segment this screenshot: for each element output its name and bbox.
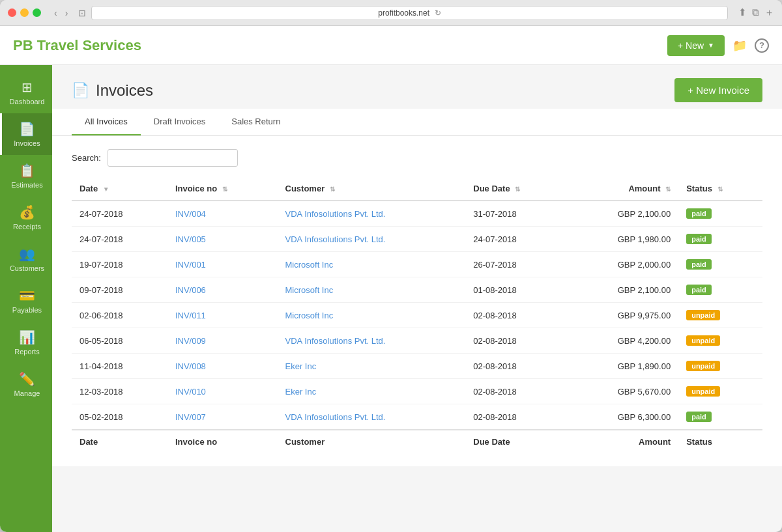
sidebar-item-receipts[interactable]: 💰 Receipts (0, 197, 52, 238)
sidebar-item-manage[interactable]: ✏️ Manage (0, 363, 52, 405)
cell-invoice-no[interactable]: INV/007 (167, 404, 278, 430)
cell-amount: GBP 9,975.00 (567, 303, 678, 328)
sidebar-item-estimates[interactable]: 📋 Estimates (0, 155, 52, 197)
table-row: 09-07-2018 INV/006 Microsoft Inc 01-08-2… (72, 277, 762, 303)
tabs-bar: All Invoices Draft Invoices Sales Return (52, 109, 782, 136)
cell-customer[interactable]: Microsoft Inc (278, 303, 466, 328)
table-row: 11-04-2018 INV/008 Eker Inc 02-08-2018 G… (72, 354, 762, 379)
cell-due-date: 26-07-2018 (465, 252, 567, 277)
table-row: 24-07-2018 INV/005 VDA Infosolutions Pvt… (72, 227, 762, 252)
cell-date: 12-03-2018 (72, 379, 167, 404)
app-container: PB Travel Services + New ▼ 📁 ? ⊞ (0, 26, 782, 532)
col-date[interactable]: Date ▼ (72, 177, 167, 201)
content-area: 📄 Invoices + New Invoice All Invoices Dr… (52, 65, 782, 532)
tab-draft-invoices[interactable]: Draft Invoices (141, 109, 218, 135)
duplicate-icon[interactable]: ⧉ (752, 7, 759, 19)
cell-invoice-no[interactable]: INV/010 (167, 379, 278, 404)
cell-customer[interactable]: VDA Infosolutions Pvt. Ltd. (278, 201, 466, 227)
cell-due-date: 24-07-2018 (465, 227, 567, 252)
layout-button[interactable]: ⊡ (78, 8, 86, 18)
minimize-button[interactable] (20, 8, 29, 17)
cell-status: unpaid (678, 328, 762, 354)
page-title-text: Invoices (96, 81, 153, 100)
cell-customer[interactable]: VDA Infosolutions Pvt. Ltd. (278, 227, 466, 252)
cell-invoice-no[interactable]: INV/006 (167, 277, 278, 303)
new-invoice-button[interactable]: + New Invoice (674, 78, 762, 102)
status-badge: paid (686, 234, 712, 244)
receipts-icon: 💰 (19, 204, 35, 220)
tab-all-invoices[interactable]: All Invoices (72, 109, 141, 135)
tab-sales-return[interactable]: Sales Return (218, 109, 293, 135)
page-title: 📄 Invoices (72, 81, 153, 100)
sort-amount-icon: ⇅ (665, 186, 671, 193)
folder-icon: 📁 (732, 39, 747, 52)
col-due-date[interactable]: Due Date ⇅ (465, 177, 567, 201)
search-bar: Search: (72, 149, 762, 167)
cell-customer[interactable]: VDA Infosolutions Pvt. Ltd. (278, 328, 466, 354)
reports-icon: 📊 (19, 329, 35, 345)
cell-customer[interactable]: Microsoft Inc (278, 277, 466, 303)
cell-amount: GBP 5,670.00 (567, 379, 678, 404)
table-row: 02-06-2018 INV/011 Microsoft Inc 02-08-2… (72, 303, 762, 328)
sort-customer-icon: ⇅ (330, 186, 335, 193)
traffic-lights (8, 8, 41, 17)
sidebar-label-payables: Payables (12, 306, 42, 314)
cell-amount: GBP 2,100.00 (567, 201, 678, 227)
search-input[interactable] (108, 149, 238, 167)
cell-due-date: 31-07-2018 (465, 201, 567, 227)
cell-date: 06-05-2018 (72, 328, 167, 354)
sidebar-item-dashboard[interactable]: ⊞ Dashboard (0, 72, 52, 113)
back-button[interactable]: ‹ (51, 7, 60, 20)
header-actions: + New ▼ 📁 ? (667, 35, 769, 56)
sidebar: ⊞ Dashboard 📄 Invoices 📋 Estimates 💰 Rec… (0, 65, 52, 532)
customers-icon: 👥 (19, 246, 35, 262)
cell-amount: GBP 2,100.00 (567, 277, 678, 303)
col-invoice-no[interactable]: Invoice no ⇅ (167, 177, 278, 201)
browser-window: ‹ › ⊡ profitbooks.net ↻ ⬆ ⧉ ＋ PB Travel … (0, 0, 782, 532)
sidebar-item-payables[interactable]: 💳 Payables (0, 280, 52, 322)
help-icon: ? (755, 38, 769, 53)
plus-icon[interactable]: ＋ (764, 7, 774, 19)
cell-customer[interactable]: Eker Inc (278, 354, 466, 379)
close-button[interactable] (8, 8, 16, 17)
cell-invoice-no[interactable]: INV/005 (167, 227, 278, 252)
cell-amount: GBP 1,890.00 (567, 354, 678, 379)
sidebar-item-invoices[interactable]: 📄 Invoices (0, 113, 52, 155)
status-badge: paid (686, 259, 712, 270)
cell-status: paid (678, 227, 762, 252)
cell-customer[interactable]: VDA Infosolutions Pvt. Ltd. (278, 404, 466, 430)
cell-customer[interactable]: Eker Inc (278, 379, 466, 404)
cell-invoice-no[interactable]: INV/011 (167, 303, 278, 328)
cell-invoice-no[interactable]: INV/001 (167, 252, 278, 277)
search-label: Search: (72, 153, 101, 163)
maximize-button[interactable] (33, 8, 41, 17)
folder-button[interactable]: 📁 (732, 38, 747, 53)
footer-customer: Customer (278, 430, 466, 453)
reload-icon[interactable]: ↻ (435, 8, 441, 18)
cell-date: 09-07-2018 (72, 277, 167, 303)
cell-invoice-no[interactable]: INV/004 (167, 201, 278, 227)
help-button[interactable]: ? (755, 38, 769, 53)
status-badge: unpaid (686, 361, 720, 371)
table-container: Search: Date ▼ Invoi (52, 136, 782, 466)
url-bar[interactable]: profitbooks.net ↻ (91, 6, 728, 20)
footer-invoice-no: Invoice no (167, 430, 278, 453)
estimates-icon: 📋 (19, 163, 35, 178)
cell-invoice-no[interactable]: INV/008 (167, 354, 278, 379)
cell-customer[interactable]: Microsoft Inc (278, 252, 466, 277)
forward-button[interactable]: › (63, 7, 71, 20)
cell-amount: GBP 6,300.00 (567, 404, 678, 430)
col-amount[interactable]: Amount ⇅ (567, 177, 678, 201)
sidebar-item-reports[interactable]: 📊 Reports (0, 322, 52, 363)
app-header: PB Travel Services + New ▼ 📁 ? (0, 26, 782, 65)
new-button-label: + New (678, 40, 704, 51)
sidebar-item-customers[interactable]: 👥 Customers (0, 238, 52, 280)
share-icon[interactable]: ⬆ (738, 7, 747, 19)
new-button[interactable]: + New ▼ (667, 35, 725, 56)
sort-invoice-icon: ⇅ (222, 186, 227, 193)
footer-due-date: Due Date (465, 430, 567, 453)
sidebar-label-dashboard: Dashboard (10, 98, 45, 105)
col-customer[interactable]: Customer ⇅ (278, 177, 466, 201)
cell-invoice-no[interactable]: INV/009 (167, 328, 278, 354)
col-status[interactable]: Status ⇅ (678, 177, 762, 201)
